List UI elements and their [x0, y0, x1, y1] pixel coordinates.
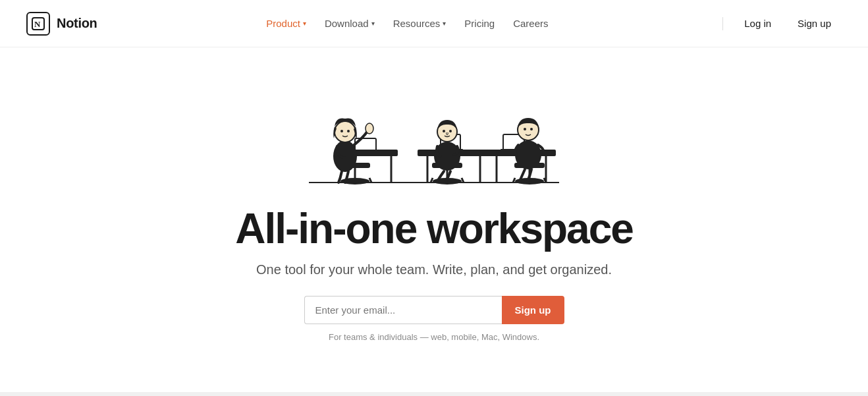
download-chevron-icon: ▾ — [371, 20, 375, 27]
resources-chevron-icon: ▾ — [443, 20, 446, 27]
svg-line-40 — [513, 178, 515, 183]
login-link[interactable]: Log in — [734, 13, 782, 34]
nav-auth: Log in Sign up — [717, 13, 842, 34]
product-chevron-icon: ▾ — [303, 20, 306, 27]
svg-point-32 — [443, 130, 445, 132]
nav-links: Product ▾ Download ▾ Resources ▾ Pricing… — [258, 13, 556, 34]
hero-illustration — [269, 61, 599, 199]
hero-signup-button[interactable]: Sign up — [502, 296, 564, 324]
svg-point-47 — [524, 128, 526, 130]
navigation: N Notion Product ▾ Download ▾ Resources … — [0, 0, 868, 47]
svg-line-25 — [431, 178, 433, 183]
svg-point-33 — [449, 130, 452, 132]
nav-resources[interactable]: Resources ▾ — [385, 13, 454, 34]
hero-subtitle: One tool for your whole team. Write, pla… — [256, 262, 612, 277]
brand-logo[interactable]: N Notion — [26, 12, 97, 36]
svg-point-15 — [340, 130, 343, 132]
brand-name: Notion — [57, 16, 97, 31]
hero-title: All-in-one workspace — [235, 206, 633, 252]
nav-product[interactable]: Product ▾ — [258, 13, 314, 34]
nav-separator — [722, 17, 723, 30]
nav-careers[interactable]: Careers — [505, 13, 556, 34]
nav-download[interactable]: Download ▾ — [317, 13, 383, 34]
svg-point-17 — [366, 123, 373, 134]
svg-text:N: N — [34, 19, 41, 29]
hero-note: For teams & individuals — web, mobile, M… — [329, 332, 539, 342]
logo-icon: N — [26, 12, 50, 36]
email-input[interactable] — [304, 296, 502, 324]
svg-point-16 — [347, 130, 350, 132]
svg-line-5 — [369, 178, 371, 183]
hero-form: Sign up — [304, 296, 564, 324]
svg-line-26 — [462, 178, 464, 183]
signup-link[interactable]: Sign up — [787, 13, 842, 34]
nav-pricing[interactable]: Pricing — [456, 13, 502, 34]
bottom-bar — [0, 392, 868, 396]
svg-point-48 — [530, 128, 533, 130]
hero-section: All-in-one workspace One tool for your w… — [0, 47, 868, 368]
